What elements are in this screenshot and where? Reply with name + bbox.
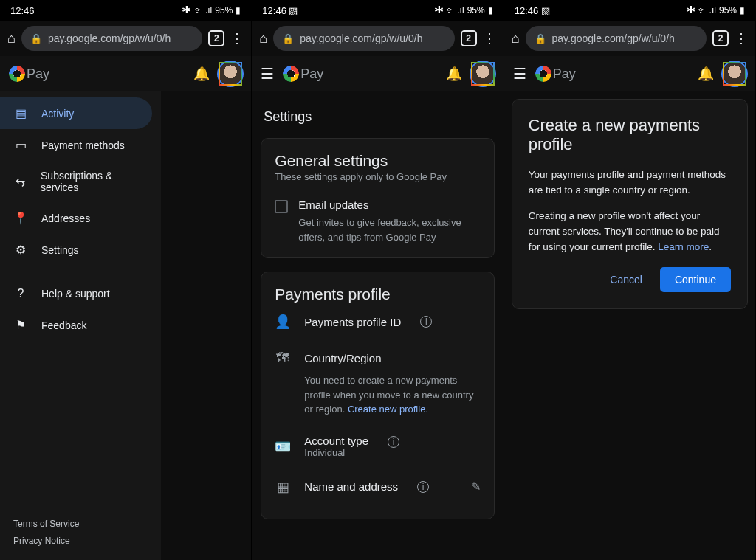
notification-icon[interactable]: 🔔 <box>193 66 210 82</box>
grid-icon: ▦ <box>275 479 291 495</box>
sidebar-item-help[interactable]: ? Help & support <box>0 278 161 309</box>
sidebar-item-addresses[interactable]: 📍 Addresses <box>0 202 161 234</box>
status-time: 12:46 ▧ <box>515 5 550 16</box>
row-label: Name and address <box>304 480 398 493</box>
url-text: pay.google.com/gp/w/u/0/h <box>48 32 171 44</box>
browser-chrome: ⌂ 🔒 pay.google.com/gp/w/u/0/h 2 ⋮ <box>504 21 755 56</box>
address-bar[interactable]: 🔒 pay.google.com/gp/w/u/0/h <box>21 26 202 51</box>
sidebar-item-label: Payment methods <box>41 139 125 151</box>
avatar[interactable] <box>471 62 495 86</box>
page-title: Settings <box>264 109 491 125</box>
notification-icon[interactable]: 🔔 <box>446 66 462 82</box>
row-description: Get invites to give feedback, exclusive … <box>298 215 480 244</box>
overflow-menu-icon[interactable]: ⋮ <box>735 30 748 46</box>
account-type-row[interactable]: 🪪 Account type Individual i <box>275 424 480 469</box>
sidebar-item-label: Subscriptions & services <box>41 170 148 193</box>
overflow-menu-icon[interactable]: ⋮ <box>483 30 496 46</box>
google-g-icon <box>283 66 299 82</box>
avatar[interactable] <box>723 62 746 86</box>
address-bar[interactable]: 🔒 pay.google.com/gp/w/u/0/h <box>526 26 707 51</box>
home-icon[interactable]: ⌂ <box>512 31 520 46</box>
sidebar-footer: Terms of Service Privacy Notice <box>0 508 161 560</box>
tos-link[interactable]: Terms of Service <box>13 516 148 533</box>
google-g-icon <box>9 66 25 82</box>
help-icon: ? <box>13 287 28 300</box>
dialog-actions: Cancel Continue <box>529 267 731 292</box>
continue-button[interactable]: Continue <box>660 267 731 292</box>
gpay-logo: Pay <box>535 66 576 82</box>
subscriptions-icon: ⇆ <box>13 175 27 189</box>
dialog-paragraph: Your payments profile and payment method… <box>529 167 731 198</box>
sidebar-item-activity[interactable]: ▤ Activity <box>0 97 152 129</box>
gear-icon: ⚙ <box>13 243 28 257</box>
overflow-menu-icon[interactable]: ⋮ <box>230 30 244 46</box>
lock-icon: 🔒 <box>282 33 294 44</box>
status-bar: 12:46 ▧ ✱ ᯤ .ıl95%▮ <box>504 0 755 21</box>
sidebar: ▤ Activity ▭ Payment methods ⇆ Subscript… <box>0 91 161 560</box>
profile-id-row[interactable]: 👤 Payments profile ID i <box>275 303 480 340</box>
dialog-title: Create a new payments profile <box>529 116 731 154</box>
gpay-logo: Pay <box>283 66 323 82</box>
status-time: 12:46 ▧ <box>262 5 298 16</box>
divider <box>0 272 161 272</box>
general-settings-card: General settings These settings apply on… <box>261 138 494 258</box>
create-profile-dialog: Create a new payments profile Your payme… <box>512 99 748 309</box>
person-icon: 👤 <box>275 314 291 330</box>
pin-icon: 📍 <box>13 211 28 225</box>
notification-icon[interactable]: 🔔 <box>698 66 714 82</box>
edit-icon[interactable]: ✎ <box>471 480 481 494</box>
sidebar-item-payment-methods[interactable]: ▭ Payment methods <box>0 129 161 161</box>
email-updates-row[interactable]: Email updates Get invites to give feedba… <box>275 198 480 244</box>
activity-icon: ▤ <box>13 106 28 120</box>
sidebar-item-settings[interactable]: ⚙ Settings <box>0 234 161 266</box>
checkbox[interactable] <box>275 200 288 213</box>
country-helper: You need to create a new payments profil… <box>275 373 480 417</box>
tab-count[interactable]: 2 <box>461 30 477 46</box>
feedback-icon: ⚑ <box>13 318 28 332</box>
row-label: Country/Region <box>304 352 381 364</box>
card-subtitle: These settings apply only to Google Pay <box>275 171 480 182</box>
badge-icon: 🪪 <box>275 438 291 454</box>
row-label: Account type <box>304 435 368 447</box>
dialog-paragraph: Creating a new profile won't affect your… <box>529 209 731 255</box>
menu-icon[interactable]: ☰ <box>513 65 526 83</box>
payments-profile-card: Payments profile 👤 Payments profile ID i… <box>261 272 494 519</box>
lock-icon: 🔒 <box>535 33 546 44</box>
row-title: Email updates <box>298 198 480 211</box>
info-icon[interactable]: i <box>420 316 432 328</box>
status-bar: 12:46 ✱ ᯤ .ıl 95%▮ <box>0 0 251 21</box>
learn-more-link[interactable]: Learn more <box>658 241 709 252</box>
info-icon[interactable]: i <box>417 481 429 493</box>
status-indicators: ✱ ᯤ .ıl 95%▮ <box>182 5 241 15</box>
address-bar[interactable]: 🔒 pay.google.com/gp/w/u/0/h <box>273 26 454 51</box>
app-header: ☰ Pay 🔔 <box>504 56 755 91</box>
tab-count[interactable]: 2 <box>208 30 224 46</box>
status-time: 12:46 <box>10 5 35 16</box>
sidebar-item-label: Addresses <box>41 212 90 224</box>
privacy-link[interactable]: Privacy Notice <box>13 533 148 550</box>
create-profile-link[interactable]: Create new profile. <box>348 404 428 415</box>
name-address-row[interactable]: ▦ Name and address i ✎ <box>275 469 480 505</box>
map-icon: 🗺 <box>275 350 291 366</box>
sidebar-item-label: Activity <box>41 108 74 120</box>
card-heading: Payments profile <box>275 286 480 303</box>
sidebar-item-subscriptions[interactable]: ⇆ Subscriptions & services <box>0 161 161 202</box>
card-heading: General settings <box>275 152 480 170</box>
country-row[interactable]: 🗺 Country/Region <box>275 340 480 376</box>
avatar[interactable] <box>219 62 242 86</box>
app-header: Pay 🔔 <box>0 56 251 91</box>
menu-icon[interactable]: ☰ <box>261 65 274 83</box>
sidebar-item-label: Settings <box>41 244 79 256</box>
tab-count[interactable]: 2 <box>712 30 729 46</box>
sidebar-item-label: Feedback <box>41 319 86 331</box>
row-label: Payments profile ID <box>304 316 401 328</box>
info-icon[interactable]: i <box>388 436 399 448</box>
row-value: Individual <box>304 447 368 458</box>
lock-icon: 🔒 <box>30 33 42 44</box>
home-icon[interactable]: ⌂ <box>259 31 267 46</box>
sidebar-item-feedback[interactable]: ⚑ Feedback <box>0 309 161 341</box>
browser-chrome: ⌂ 🔒 pay.google.com/gp/w/u/0/h 2 ⋮ <box>252 21 503 56</box>
home-icon[interactable]: ⌂ <box>7 31 16 46</box>
cancel-button[interactable]: Cancel <box>599 268 653 291</box>
settings-content: Settings General settings These settings… <box>252 91 503 545</box>
